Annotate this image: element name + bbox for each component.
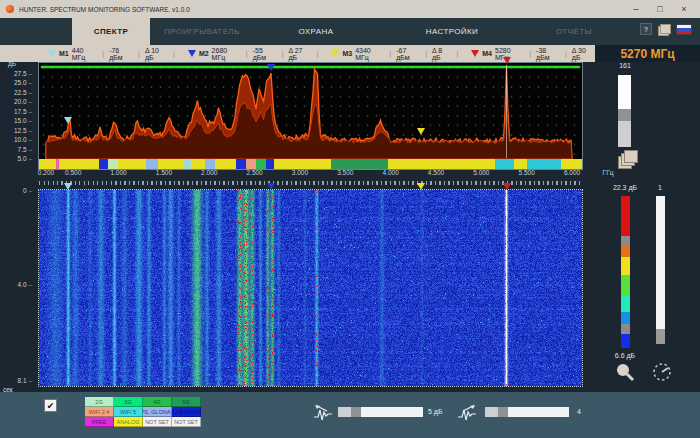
waterfall-marker-m3[interactable] (417, 183, 425, 190)
legend-cell-not-set[interactable]: NOT SET (143, 417, 172, 427)
legend-cell-analog[interactable]: ANALOG (114, 417, 143, 427)
band-segment (266, 159, 273, 169)
waterfall-marker-m1[interactable] (64, 183, 72, 190)
level-min-label: 6.6 дБ (598, 352, 652, 359)
tab-bar: СПЕКТРПРОИГРЫВАТЕЛЬОХРАНАНАСТРОЙКИОТЧЁТЫ… (0, 18, 700, 45)
frequency-tick: 0.500 (53, 169, 93, 176)
documents-icon[interactable] (658, 24, 670, 34)
span-slider[interactable] (618, 75, 631, 147)
legend-cell-5g[interactable]: 5G (172, 397, 201, 407)
marker-id: M1 (59, 50, 69, 57)
palette-colorbar[interactable] (621, 196, 630, 348)
maximize-button[interactable]: □ (648, 0, 672, 18)
tab-отчёты[interactable]: ОТЧЁТЫ (526, 18, 622, 45)
legend-cell-4g[interactable]: 4G (143, 397, 172, 407)
marker-id: M3 (342, 50, 352, 57)
help-icon[interactable]: ? (640, 23, 652, 35)
frequency-tick: 6.000 (552, 169, 592, 176)
band-segment (388, 159, 495, 169)
band-segment (59, 159, 99, 169)
marker-level: -55 дБм (253, 47, 277, 61)
band-segment (215, 159, 237, 169)
spectrum-marker-m1[interactable] (64, 117, 72, 124)
averaging-slider[interactable] (485, 407, 569, 417)
band-segment (205, 159, 215, 169)
spectrum-y-tick: 10.0 (2, 136, 32, 143)
russian-flag-icon[interactable] (676, 24, 692, 35)
frequency-tick: 1.500 (144, 169, 184, 176)
averaging-slider-handle[interactable] (485, 407, 498, 417)
close-button[interactable]: × (672, 0, 696, 18)
spectrum-y-tick: 15.0 (2, 117, 32, 124)
legend-cell-wifi-2-4[interactable]: WIFI 2.4 (85, 407, 114, 417)
band-segment (191, 159, 205, 169)
layers-icon[interactable] (618, 150, 638, 168)
marker-id: M4 (482, 50, 492, 57)
magnifier-icon[interactable] (612, 362, 638, 382)
category-legend: 2G3G4G5GWIFI 2.4WIFI 5GPS, GLONASSBLUETO… (85, 397, 201, 427)
band-segment (527, 159, 561, 169)
legend-cell-2g[interactable]: 2G (85, 397, 114, 407)
minimize-button[interactable]: – (624, 0, 648, 18)
threshold-value: 5 дБ (428, 408, 443, 415)
legend-cell-3g[interactable]: 3G (114, 397, 143, 407)
scale-slider[interactable] (656, 196, 665, 344)
spectrum-chart[interactable] (38, 62, 583, 170)
threshold-slider[interactable] (338, 407, 423, 417)
tab-охрана[interactable]: ОХРАНА (254, 18, 378, 45)
tab-настройки[interactable]: НАСТРОЙКИ (378, 18, 526, 45)
spectrum-y-tick: 22.5 (2, 89, 32, 96)
legend-checkbox[interactable]: ✔ (44, 399, 57, 412)
threshold-slider-handle[interactable] (338, 407, 351, 417)
marker-separator: | (425, 50, 427, 57)
frequency-tick: 5.000 (461, 169, 501, 176)
span-points-label: 161 (607, 62, 643, 69)
marker-frequency: 2680 МГц (212, 47, 241, 61)
spectrum-marker-m2[interactable] (267, 64, 275, 71)
spectrum-y-axis-unit: дБ (8, 60, 16, 67)
band-segment (561, 159, 572, 169)
legend-cell-gps-glonass[interactable]: GPS, GLONASS (143, 407, 172, 417)
x-axis-unit: ГГц (588, 169, 628, 176)
marker-m2-icon[interactable] (188, 50, 196, 57)
marker-separator: | (173, 50, 175, 57)
span-slider-handle[interactable] (618, 109, 631, 121)
averaging-value: 4 (577, 408, 581, 415)
marker-m3-icon[interactable] (331, 50, 339, 57)
band-segment (236, 159, 246, 169)
spectrum-marker-m4[interactable] (503, 57, 511, 64)
legend-cell-wifi-5[interactable]: WIFI 5 (114, 407, 143, 417)
marker-separator: | (282, 50, 284, 57)
marker-m4-icon[interactable] (471, 50, 479, 57)
band-segment (108, 159, 118, 169)
band-segment (514, 159, 527, 169)
frequency-tick: 3.500 (325, 169, 365, 176)
marker-level: -38 дБм (536, 47, 560, 61)
legend-cell-not-set[interactable]: NOT SET (172, 417, 201, 427)
marker-separator: | (456, 50, 458, 57)
waterfall-time-tick: 8.1 (2, 377, 32, 384)
marker-m1-icon[interactable] (48, 50, 56, 57)
gauge-icon[interactable] (648, 362, 678, 382)
marker-delta: Δ 30 дБ (572, 47, 595, 61)
waterfall-marker-m4[interactable] (503, 183, 511, 190)
marker-id: M2 (199, 50, 209, 57)
band-segment (331, 159, 388, 169)
marker-separator: | (138, 50, 140, 57)
spectrum-marker-m3[interactable] (417, 128, 425, 135)
legend-cell-free[interactable]: FREE (85, 417, 114, 427)
waterfall-canvas[interactable] (39, 190, 582, 386)
frequency-allocation-band (39, 159, 582, 169)
spectrum-y-tick: 7.5 (2, 146, 32, 153)
marker-separator: | (529, 50, 531, 57)
band-segment (495, 159, 514, 169)
waterfall-chart[interactable] (38, 189, 583, 387)
band-segment (256, 159, 266, 169)
frequency-tick: 4.000 (371, 169, 411, 176)
tab-проигрыватель[interactable]: ПРОИГРЫВАТЕЛЬ (150, 18, 254, 45)
waterfall-marker-m2[interactable] (267, 183, 275, 190)
legend-cell-bluetooth[interactable]: BLUETOOTH (172, 407, 201, 417)
tab-спектр[interactable]: СПЕКТР (72, 18, 150, 45)
frequency-tick-strip (39, 181, 582, 185)
marker-separator: | (389, 50, 391, 57)
